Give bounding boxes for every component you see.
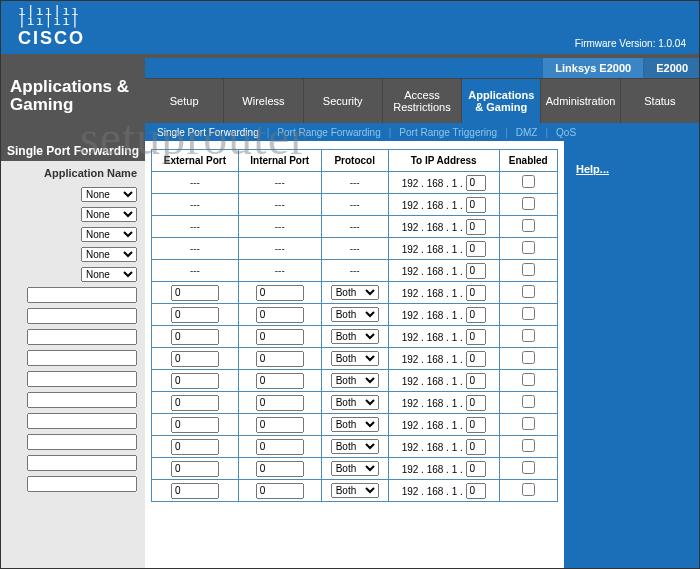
application-name-input[interactable] [27,392,137,408]
enabled-checkbox[interactable] [522,439,535,452]
protocol-select[interactable]: Both [331,395,379,410]
subnav-single-port-forwarding[interactable]: Single Port Forwarding [151,127,265,138]
application-name-input[interactable] [27,434,137,450]
ip-cell: 192 . 168 . 1 . [388,436,499,458]
application-select[interactable]: None [81,227,137,242]
internal-port-input[interactable] [256,417,304,433]
internal-port-input[interactable] [256,439,304,455]
enabled-checkbox[interactable] [522,263,535,276]
application-select[interactable]: None [81,207,137,222]
external-port-input[interactable] [171,285,219,301]
enabled-checkbox[interactable] [522,417,535,430]
ip-last-octet-input[interactable] [466,351,486,367]
application-name-input[interactable] [27,413,137,429]
application-select[interactable]: None [81,247,137,262]
ip-last-octet-input[interactable] [466,175,486,191]
internal-port-input[interactable] [256,329,304,345]
internal-port-input[interactable] [256,461,304,477]
external-port-input[interactable] [171,373,219,389]
ip-prefix: 192 . 168 . 1 . [402,221,466,232]
ip-last-octet-input[interactable] [466,417,486,433]
enabled-checkbox[interactable] [522,175,535,188]
enabled-checkbox[interactable] [522,351,535,364]
enabled-checkbox[interactable] [522,197,535,210]
ip-last-octet-input[interactable] [466,263,486,279]
protocol-select[interactable]: Both [331,285,379,300]
protocol-select[interactable]: Both [331,307,379,322]
protocol-select[interactable]: Both [331,373,379,388]
ip-last-octet-input[interactable] [466,285,486,301]
protocol-select[interactable]: Both [331,461,379,476]
enabled-checkbox[interactable] [522,461,535,474]
tab-administration[interactable]: Administration [541,79,620,123]
table-row: Both192 . 168 . 1 . [152,414,558,436]
ip-last-octet-input[interactable] [466,329,486,345]
enabled-checkbox[interactable] [522,329,535,342]
subnav-dmz[interactable]: DMZ [510,127,544,138]
application-name-input[interactable] [27,371,137,387]
ip-last-octet-input[interactable] [466,241,486,257]
enabled-checkbox[interactable] [522,483,535,496]
subnav-port-range-forwarding[interactable]: Port Range Forwarding [271,127,386,138]
tab-access-restrictions[interactable]: Access Restrictions [383,79,462,123]
ip-cell: 192 . 168 . 1 . [388,238,499,260]
protocol-select[interactable]: Both [331,439,379,454]
tab-applications-gaming[interactable]: Applications & Gaming [462,79,541,123]
protocol-select[interactable]: Both [331,351,379,366]
ip-last-octet-input[interactable] [466,219,486,235]
ip-last-octet-input[interactable] [466,439,486,455]
external-port-input[interactable] [171,461,219,477]
enabled-checkbox[interactable] [522,285,535,298]
ip-last-octet-input[interactable] [466,483,486,499]
tab-security[interactable]: Security [304,79,383,123]
internal-port-input[interactable] [256,395,304,411]
protocol-select[interactable]: Both [331,329,379,344]
internal-port-input[interactable] [256,307,304,323]
internal-port-input[interactable] [256,285,304,301]
dash-cell: --- [321,194,388,216]
dash-cell: --- [238,194,321,216]
cisco-logo: ı|ıı|ıı |ıı|ıı| CISCO [18,6,85,49]
internal-port-input[interactable] [256,373,304,389]
enabled-checkbox[interactable] [522,241,535,254]
ip-last-octet-input[interactable] [466,307,486,323]
protocol-select[interactable]: Both [331,417,379,432]
external-port-input[interactable] [171,417,219,433]
tab-status[interactable]: Status [621,79,700,123]
external-port-input[interactable] [171,329,219,345]
ip-cell: 192 . 168 . 1 . [388,348,499,370]
internal-port-input[interactable] [256,483,304,499]
ip-last-octet-input[interactable] [466,461,486,477]
external-port-input[interactable] [171,395,219,411]
protocol-select[interactable]: Both [331,483,379,498]
application-name-input[interactable] [27,350,137,366]
external-port-input[interactable] [171,483,219,499]
application-name-input[interactable] [27,308,137,324]
external-port-input[interactable] [171,307,219,323]
enabled-checkbox[interactable] [522,395,535,408]
application-name-input[interactable] [27,287,137,303]
tab-setup[interactable]: Setup [145,79,224,123]
ip-last-octet-input[interactable] [466,373,486,389]
subnav-qos[interactable]: QoS [550,127,582,138]
internal-port-input[interactable] [256,351,304,367]
application-select[interactable]: None [81,187,137,202]
enabled-checkbox[interactable] [522,373,535,386]
external-port-input[interactable] [171,351,219,367]
enabled-checkbox[interactable] [522,219,535,232]
sidebar-banner: Single Port Forwarding [0,141,145,161]
model-name: Linksys E2000 [542,58,643,78]
ip-last-octet-input[interactable] [466,395,486,411]
subnav-port-range-triggering[interactable]: Port Range Triggering [393,127,503,138]
application-name-input[interactable] [27,455,137,471]
help-link[interactable]: Help... [576,163,609,175]
application-name-input[interactable] [27,329,137,345]
application-select[interactable]: None [81,267,137,282]
tab-wireless[interactable]: Wireless [224,79,303,123]
main-content: External Port Internal Port Protocol To … [145,141,564,569]
enabled-checkbox[interactable] [522,307,535,320]
application-name-input[interactable] [27,476,137,492]
ip-last-octet-input[interactable] [466,197,486,213]
ip-prefix: 192 . 168 . 1 . [402,243,466,254]
external-port-input[interactable] [171,439,219,455]
